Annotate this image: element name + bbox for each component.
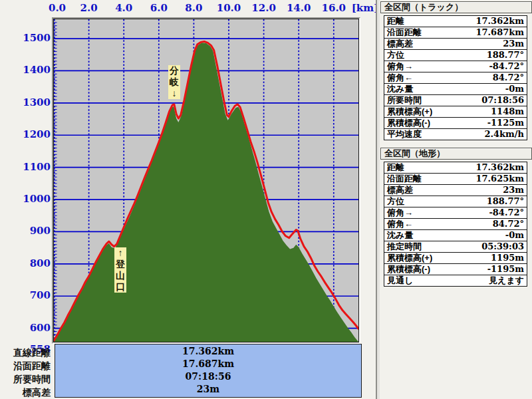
row-label: 沈み量 xyxy=(384,84,413,94)
row-label: 標高差 xyxy=(384,185,413,196)
summary-value-box: 17.362km17.687km07:18:5623m xyxy=(55,344,362,398)
row-value: 23m xyxy=(413,185,527,196)
row-value: 23m xyxy=(413,39,527,49)
row-value: 2.4km/h xyxy=(422,129,527,140)
row-value: 17.362km xyxy=(404,16,527,27)
row-value: 17.362km xyxy=(404,162,527,173)
row-value: 188.77° xyxy=(404,50,527,61)
row-label: 距離 xyxy=(384,162,404,173)
row-label: 方位 xyxy=(384,50,404,61)
row-value: 1148m xyxy=(432,106,527,117)
x-tick-label: 4.0 xyxy=(115,2,132,14)
summary-value: 23m xyxy=(55,383,361,396)
table-row: 沿面距離17.625km xyxy=(384,173,527,184)
row-value: 07:18:56 xyxy=(422,95,527,106)
table-row: 所要時間07:18:56 xyxy=(384,94,527,106)
summary-label: 直線距離 xyxy=(0,346,51,359)
row-label: 距離 xyxy=(384,16,404,27)
table-row: 推定時間05:39:03 xyxy=(384,241,527,252)
table-row: 俯角←84.72° xyxy=(384,72,527,83)
row-label: 標高差 xyxy=(384,39,413,49)
table-row: 累積標高(+)1148m xyxy=(384,106,527,117)
stats-group-title: 全区間（トラック） xyxy=(380,1,532,13)
row-value: -0m xyxy=(413,230,527,241)
terrain-profile xyxy=(54,43,358,342)
table-row: 沈み量-0m xyxy=(384,229,527,241)
x-tick-label: 6.0 xyxy=(150,2,168,14)
row-value: -84.72° xyxy=(413,207,527,218)
row-label: 累積標高(-) xyxy=(384,118,430,128)
row-value: -0m xyxy=(413,84,527,94)
elevation-profile-window: 0.02.04.06.08.010.012.014.016.0 [km] 150… xyxy=(0,0,532,399)
x-axis-unit-label: [km] xyxy=(352,2,378,14)
row-value: -84.72° xyxy=(413,61,527,72)
row-value: 1195m xyxy=(432,253,527,263)
table-row: 標高差23m xyxy=(384,184,527,196)
row-label: 沿面距離 xyxy=(384,174,422,184)
row-label: 沈み量 xyxy=(384,230,413,241)
x-tick-label: 0.0 xyxy=(49,2,66,14)
row-value: 17.687km xyxy=(422,27,527,38)
chart-plot-area[interactable] xyxy=(53,19,359,342)
row-label: 平均速度 xyxy=(384,129,422,140)
y-tick-label: 1400 xyxy=(17,64,51,76)
row-value: 84.72° xyxy=(413,219,527,229)
y-tick-label: 1200 xyxy=(17,128,51,140)
x-tick-label: 14.0 xyxy=(287,2,311,14)
row-value: -1195m xyxy=(430,264,527,275)
table-row: 沈み量-0m xyxy=(384,83,527,94)
stats-table: 距離17.362km沿面距離17.687km標高差23m方位188.77°俯角→… xyxy=(384,15,527,140)
summary-label: 標高差 xyxy=(0,386,51,399)
table-row: 沿面距離17.687km xyxy=(384,27,527,38)
row-label: 所要時間 xyxy=(384,95,422,106)
row-value: 05:39:03 xyxy=(422,241,527,252)
row-label: 累積標高(-) xyxy=(384,264,430,275)
summary-label: 沿面距離 xyxy=(0,359,51,372)
y-tick-label: 800 xyxy=(17,257,51,269)
row-label: 俯角→ xyxy=(384,61,413,72)
table-row: 累積標高(-)-1195m xyxy=(384,263,527,275)
summary-value: 07:18:56 xyxy=(55,370,361,383)
y-tick-label: 900 xyxy=(17,225,51,237)
y-tick-label: 1100 xyxy=(17,161,51,173)
row-value: 17.625km xyxy=(422,174,527,184)
stats-group-title: 全区間（地形） xyxy=(380,148,532,160)
y-tick-label: 600 xyxy=(17,322,51,334)
table-row: 俯角←84.72° xyxy=(384,218,527,229)
table-row: 方位188.77° xyxy=(384,196,527,207)
row-label: 沿面距離 xyxy=(384,27,422,38)
y-tick-label: 1300 xyxy=(17,96,51,108)
chart-annotation: ↑登山口 xyxy=(114,247,126,293)
stats-table: 距離17.362km沿面距離17.625km標高差23m方位188.77°俯角→… xyxy=(384,162,527,287)
row-value: 見えます xyxy=(413,275,527,286)
chart-annotation: 分岐↓ xyxy=(168,65,180,99)
chart-frame xyxy=(52,17,360,344)
table-row: 累積標高(-)-1125m xyxy=(384,117,527,128)
table-row: 俯角→-84.72° xyxy=(384,207,527,218)
table-row: 方位188.77° xyxy=(384,49,527,61)
table-row: 距離17.362km xyxy=(384,16,527,27)
table-row: 平均速度2.4km/h xyxy=(384,128,527,140)
stats-panel: 全区間（トラック）距離17.362km沿面距離17.687km標高差23m方位1… xyxy=(380,0,532,399)
row-value: 188.77° xyxy=(404,196,527,207)
row-label: 俯角→ xyxy=(384,207,413,218)
y-tick-label: 1500 xyxy=(17,32,51,44)
table-row: 標高差23m xyxy=(384,38,527,49)
table-row: 距離17.362km xyxy=(384,162,527,173)
summary-value: 17.687km xyxy=(55,358,361,370)
x-tick-label: 2.0 xyxy=(80,2,98,14)
x-tick-label: 10.0 xyxy=(217,2,241,14)
row-label: 俯角← xyxy=(384,72,413,83)
table-row: 俯角→-84.72° xyxy=(384,61,527,72)
y-tick-label: 1000 xyxy=(17,193,51,205)
row-label: 推定時間 xyxy=(384,241,422,252)
elevation-profile-chart[interactable] xyxy=(54,19,358,342)
row-label: 累積標高(+) xyxy=(384,106,432,117)
row-label: 見通し xyxy=(384,275,413,286)
row-label: 累積標高(+) xyxy=(384,253,432,263)
row-value: -1125m xyxy=(430,118,527,128)
y-tick-label: 700 xyxy=(17,289,51,301)
row-label: 俯角← xyxy=(384,219,413,229)
x-tick-label: 16.0 xyxy=(322,2,346,14)
summary-value: 17.362km xyxy=(55,345,361,358)
